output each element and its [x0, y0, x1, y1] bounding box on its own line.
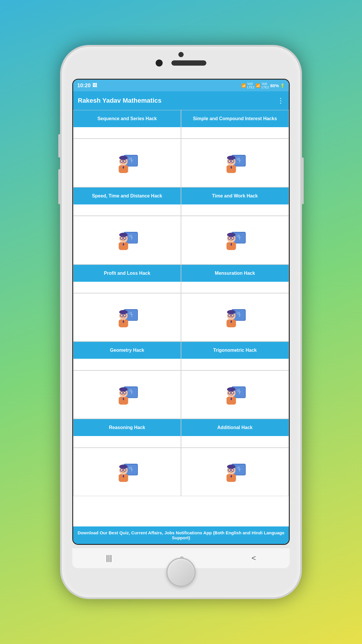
battery-icon: 🔋: [280, 83, 285, 88]
svg-point-112: [119, 465, 128, 469]
svg-text:9: 9: [131, 312, 132, 314]
svg-point-60: [119, 310, 128, 314]
svg-text:9: 9: [131, 235, 132, 237]
teacher-image-4: √ 9 3: [181, 216, 289, 264]
grid-item-image-7[interactable]: √ 9 3: [73, 370, 181, 419]
svg-text:√: √: [129, 389, 130, 392]
grid-item-image-10[interactable]: √ 9 3: [181, 448, 289, 496]
grid-item-label-7[interactable]: Geometry Hack: [73, 342, 181, 370]
grid-item-image-9[interactable]: √ 9 3: [73, 448, 181, 496]
more-options-icon[interactable]: ⋮: [277, 97, 284, 105]
svg-text:√: √: [236, 389, 238, 392]
svg-text:3: 3: [131, 469, 132, 472]
cell-label-5: Profit and Loss Hack: [73, 265, 181, 282]
signal-icon: 📶: [256, 83, 260, 88]
bottom-banner[interactable]: Download Our Best Quiz, Current Affairs,…: [73, 526, 289, 544]
svg-text:3: 3: [239, 469, 240, 472]
svg-text:√: √: [129, 235, 130, 238]
grid-item-label-3[interactable]: Speed, Time and Distance Hack: [73, 187, 181, 216]
power-button: [301, 158, 304, 204]
volume-up-button: [58, 134, 61, 158]
grid-item-label-6[interactable]: Mensuration Hack: [181, 265, 289, 293]
volume-down-button: [58, 169, 61, 204]
svg-text:9: 9: [238, 235, 240, 237]
svg-text:3: 3: [131, 160, 132, 163]
app-title: Rakesh Yadav Mathematics: [78, 97, 161, 104]
cell-label-6: Mensuration Hack: [181, 265, 289, 282]
svg-point-21: [227, 155, 236, 160]
cell-label-9: Reasoning Hack: [73, 419, 181, 436]
phone-frame: 10:20 🖼 📶 Vo0LTE1 📶 Vo0LTE2 80% 🔋 Rakesh…: [60, 45, 302, 599]
screen: 10:20 🖼 📶 Vo0LTE1 📶 Vo0LTE2 80% 🔋 Rakesh…: [72, 79, 290, 545]
cell-label-4: Time and Work Hack: [181, 188, 289, 204]
phone-top: [156, 52, 206, 66]
app-bar: Rakesh Yadav Mathematics ⋮: [73, 91, 289, 110]
svg-point-125: [227, 465, 236, 469]
teacher-image-6: √ 9 3: [181, 293, 289, 341]
banner-text: Download Our Best Quiz, Current Affairs,…: [76, 530, 286, 540]
grid-item-label-1[interactable]: Sequence and Series Hack: [73, 110, 181, 139]
svg-text:√: √: [129, 466, 130, 469]
svg-point-99: [227, 387, 236, 391]
svg-text:9: 9: [238, 466, 240, 469]
grid-item-image-3[interactable]: √ 9 3: [73, 216, 181, 264]
grid-item-image-5[interactable]: √ 9 3: [73, 293, 181, 342]
svg-text:9: 9: [131, 389, 132, 392]
grid-item-label-5[interactable]: Profit and Loss Hack: [73, 265, 181, 293]
svg-text:√: √: [129, 312, 130, 315]
grid-item-image-2[interactable]: √ 9 3: [181, 139, 289, 187]
camera-dot: [178, 52, 184, 57]
svg-point-34: [119, 233, 128, 237]
grid-item-image-1[interactable]: √ 9 3: [73, 139, 181, 187]
teacher-image-7: √ 9 3: [73, 371, 181, 419]
recent-apps-button[interactable]: |||: [106, 554, 112, 563]
svg-point-86: [119, 387, 128, 391]
notification-icon: 🖼: [92, 83, 97, 88]
svg-text:3: 3: [239, 238, 240, 240]
status-right: 📶 Vo0LTE1 📶 Vo0LTE2 80% 🔋: [241, 82, 285, 89]
teacher-image-2: √ 9 3: [181, 139, 289, 187]
teacher-image-1: √ 9 3: [73, 139, 181, 187]
speaker: [171, 60, 206, 66]
back-button[interactable]: <: [252, 554, 256, 563]
grid-item-image-4[interactable]: √ 9 3: [181, 216, 289, 264]
time-display: 10:20: [77, 83, 91, 89]
svg-point-8: [119, 155, 128, 160]
svg-text:√: √: [236, 312, 238, 315]
svg-point-47: [227, 233, 236, 237]
grid-item-label-8[interactable]: Trigonometric Hack: [181, 342, 289, 370]
svg-text:9: 9: [238, 389, 240, 392]
grid-container: Sequence and Series HackSimple and Compo…: [73, 110, 289, 496]
svg-text:3: 3: [239, 315, 240, 317]
teacher-image-10: √ 9 3: [181, 448, 289, 496]
grid-item-label-2[interactable]: Simple and Compound Interest Hacks: [181, 110, 289, 139]
grid-item-label-10[interactable]: Additional Hack: [181, 419, 289, 447]
cell-label-1: Sequence and Series Hack: [73, 110, 181, 127]
teacher-image-8: √ 9 3: [181, 371, 289, 419]
svg-text:√: √: [129, 158, 130, 160]
svg-text:9: 9: [238, 312, 240, 314]
svg-text:9: 9: [238, 158, 240, 160]
teacher-image-9: √ 9 3: [73, 448, 181, 496]
cell-label-8: Trigonometric Hack: [181, 342, 289, 359]
svg-text:3: 3: [131, 392, 132, 395]
teacher-image-3: √ 9 3: [73, 216, 181, 264]
svg-text:9: 9: [131, 158, 132, 160]
grid-item-label-9[interactable]: Reasoning Hack: [73, 419, 181, 447]
svg-text:9: 9: [131, 466, 132, 469]
front-camera: [156, 60, 163, 66]
lte1-icon: Vo0LTE1: [247, 82, 254, 89]
battery-text: 80%: [270, 83, 279, 88]
svg-text:√: √: [236, 466, 238, 469]
grid-item-image-8[interactable]: √ 9 3: [181, 370, 289, 419]
cell-label-3: Speed, Time and Distance Hack: [73, 188, 181, 204]
svg-text:3: 3: [239, 160, 240, 163]
teacher-image-5: √ 9 3: [73, 293, 181, 341]
svg-text:3: 3: [239, 392, 240, 395]
cell-label-2: Simple and Compound Interest Hacks: [181, 110, 289, 127]
wifi-icon: 📶: [241, 83, 246, 88]
cell-label-7: Geometry Hack: [73, 342, 181, 359]
grid-item-label-4[interactable]: Time and Work Hack: [181, 187, 289, 216]
grid-item-image-6[interactable]: √ 9 3: [181, 293, 289, 342]
physical-home-button[interactable]: [166, 558, 196, 587]
